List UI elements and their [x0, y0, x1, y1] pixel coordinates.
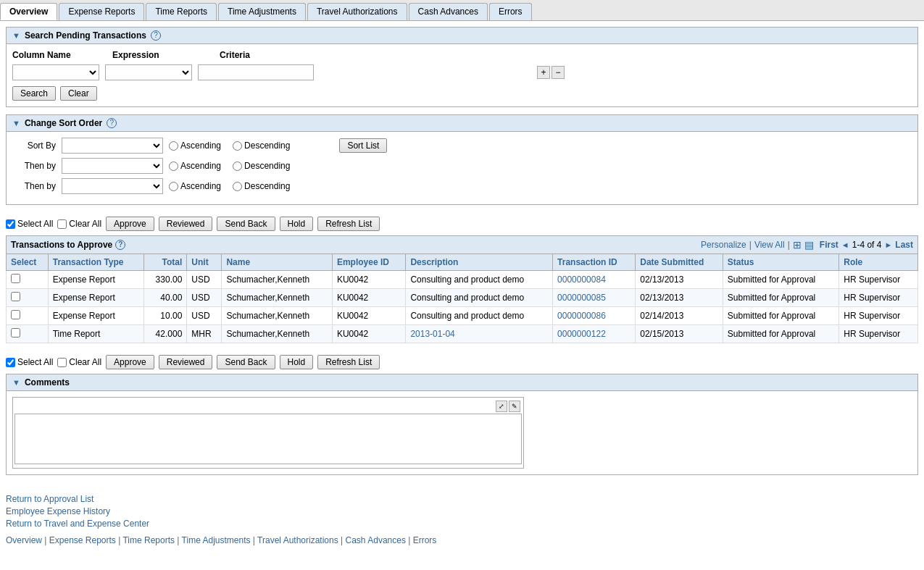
sort-list-button[interactable]: Sort List [339, 138, 387, 153]
first-link[interactable]: First [820, 240, 838, 250]
search-labels-row: Column Name Expression Criteria [12, 50, 912, 60]
search-help-icon[interactable]: ? [151, 30, 161, 41]
comments-resize-icon[interactable]: ⤢ [496, 401, 507, 412]
next-page-arrow[interactable]: ► [884, 240, 892, 249]
transaction-id-link[interactable]: 0000000122 [557, 329, 606, 339]
bottom-nav-link-time-adjustments[interactable]: Time Adjustments [182, 535, 251, 545]
row-total: 40.00 [143, 289, 186, 307]
sort-by-ascending-radio[interactable] [169, 141, 178, 151]
send-back-top-button[interactable]: Send Back [217, 217, 275, 231]
reviewed-bottom-button[interactable]: Reviewed [159, 355, 213, 369]
comments-textarea[interactable] [14, 414, 522, 464]
row-name: Schumacher,Kenneth [222, 271, 332, 289]
row-checkbox[interactable] [11, 274, 20, 283]
send-back-bottom-button[interactable]: Send Back [217, 355, 275, 369]
then-by-label-1: Then by [12, 161, 56, 171]
comments-edit-icon[interactable]: ✎ [509, 401, 520, 412]
hold-bottom-button[interactable]: Hold [280, 355, 314, 369]
transactions-help-icon[interactable]: ? [115, 240, 125, 250]
bottom-nav-link-expense-reports[interactable]: Expense Reports [49, 535, 116, 545]
clear-all-bottom-checkbox[interactable] [57, 358, 67, 367]
then-by-radio-group-1: Ascending Descending [169, 161, 290, 171]
transaction-id-link[interactable]: 0000000086 [557, 311, 606, 321]
select-all-bottom-label: Select All [6, 357, 53, 367]
column-name-select[interactable] [12, 64, 99, 80]
row-date-submitted: 02/13/2013 [636, 271, 723, 289]
search-section-header: ▼ Search Pending Transactions ? [7, 28, 917, 44]
last-link[interactable]: Last [895, 240, 913, 250]
sort-help-icon[interactable]: ? [107, 118, 117, 128]
bottom-nav-link-overview[interactable]: Overview [6, 535, 42, 545]
expression-select[interactable] [105, 64, 192, 80]
search-collapse-icon[interactable]: ▼ [12, 31, 20, 40]
table-row: Expense Report 10.00 USD Schumacher,Kenn… [7, 307, 918, 325]
reviewed-top-button[interactable]: Reviewed [159, 217, 213, 231]
tab-time-reports[interactable]: Time Reports [146, 3, 217, 20]
select-all-top-checkbox[interactable] [6, 219, 15, 229]
then-by-radio-group-2: Ascending Descending [169, 181, 290, 191]
employee-expense-link[interactable]: Employee Expense History [6, 506, 918, 516]
approve-top-button[interactable]: Approve [106, 217, 154, 231]
description-link[interactable]: 2013-01-04 [410, 329, 454, 339]
then-by-descending-radio-1[interactable] [233, 162, 242, 171]
then-by-ascending-radio-2[interactable] [169, 182, 178, 191]
refresh-list-top-button[interactable]: Refresh List [317, 217, 380, 231]
remove-criteria-button[interactable]: − [552, 66, 565, 79]
sort-by-radio-group: Ascending Descending [169, 141, 290, 151]
bottom-nav-link-travel-authorizations[interactable]: Travel Authorizations [257, 535, 338, 545]
then-by-select-1[interactable] [62, 158, 163, 174]
row-name: Schumacher,Kenneth [222, 289, 332, 307]
clear-button[interactable]: Clear [60, 86, 97, 101]
tab-overview[interactable]: Overview [0, 3, 57, 20]
select-all-top-label: Select All [6, 219, 53, 229]
row-role: HR Supervisor [839, 307, 918, 325]
grid-icon[interactable]: ⊞ [793, 239, 802, 251]
col-name-label: Column Name [12, 50, 85, 60]
return-approval-link[interactable]: Return to Approval List [6, 494, 918, 504]
then-by-ascending-radio-1[interactable] [169, 162, 178, 171]
criteria-label: Criteria [220, 50, 250, 60]
bottom-nav-link-errors[interactable]: Errors [413, 535, 437, 545]
transaction-id-link[interactable]: 0000000085 [557, 293, 606, 303]
tab-errors[interactable]: Errors [489, 3, 532, 20]
then-by-descending-radio-2[interactable] [233, 182, 242, 191]
row-checkbox[interactable] [11, 310, 20, 319]
return-travel-link[interactable]: Return to Travel and Expense Center [6, 519, 918, 529]
transactions-table: Select Transaction Type Total Unit Name … [6, 253, 918, 343]
criteria-input[interactable] [198, 64, 314, 80]
sort-by-select[interactable] [62, 138, 163, 154]
comments-collapse-icon[interactable]: ▼ [12, 378, 20, 387]
table-header: Select Transaction Type Total Unit Name … [7, 254, 918, 271]
prev-page-arrow[interactable]: ◄ [841, 240, 849, 249]
row-checkbox[interactable] [11, 328, 20, 338]
then-by-ascending-label-1: Ascending [169, 161, 221, 171]
row-unit: USD [187, 307, 222, 325]
row-role: HR Supervisor [839, 271, 918, 289]
then-by-ascending-label-2: Ascending [169, 181, 221, 191]
then-by-select-2[interactable] [62, 178, 163, 194]
add-criteria-button[interactable]: + [537, 66, 550, 79]
tab-time-adjustments[interactable]: Time Adjustments [218, 3, 306, 20]
personalize-link[interactable]: Personalize [701, 240, 746, 250]
approve-bottom-button[interactable]: Approve [106, 355, 154, 369]
sort-by-descending-radio[interactable] [233, 141, 242, 151]
col-select: Select [7, 254, 49, 271]
sort-collapse-icon[interactable]: ▼ [12, 119, 20, 127]
bottom-toolbar: Select All Clear All Approve Reviewed Se… [6, 351, 918, 374]
bottom-nav-link-time-reports[interactable]: Time Reports [122, 535, 175, 545]
transaction-id-link[interactable]: 0000000084 [557, 274, 606, 285]
bottom-nav-link-cash-advances[interactable]: Cash Advances [346, 535, 406, 545]
view-all-link[interactable]: View All [754, 240, 785, 250]
select-all-bottom-checkbox[interactable] [6, 358, 15, 367]
tab-travel-authorizations[interactable]: Travel Authorizations [307, 3, 407, 20]
row-status: Submitted for Approval [723, 289, 838, 307]
tab-expense-reports[interactable]: Expense Reports [59, 3, 144, 20]
search-button[interactable]: Search [12, 86, 56, 101]
clear-all-top-checkbox[interactable] [57, 219, 67, 229]
tab-cash-advances[interactable]: Cash Advances [409, 3, 488, 20]
refresh-list-bottom-button[interactable]: Refresh List [317, 355, 380, 369]
row-unit: MHR [187, 325, 222, 343]
list-icon[interactable]: ▤ [804, 239, 814, 251]
hold-top-button[interactable]: Hold [280, 217, 314, 231]
row-checkbox[interactable] [11, 292, 20, 301]
